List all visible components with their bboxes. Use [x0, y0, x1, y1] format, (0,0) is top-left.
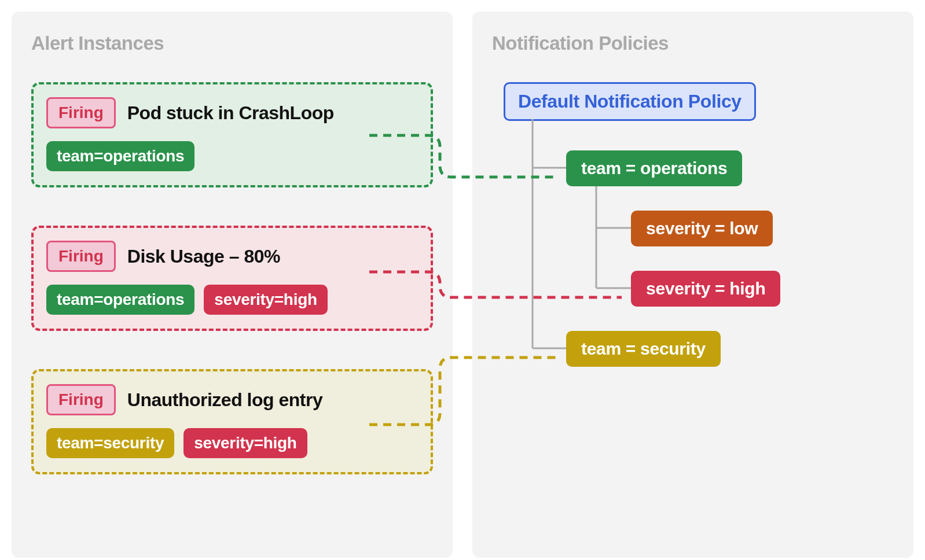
notification-policies-title: Notification Policies — [492, 32, 894, 54]
tag-team-operations: team=operations — [46, 285, 194, 315]
alert-head: Firing Disk Usage – 80% — [46, 241, 418, 272]
alert-card-crashloop: Firing Pod stuck in CrashLoop team=opera… — [31, 82, 433, 187]
policy-team-operations: team = operations — [566, 150, 742, 186]
alert-head: Firing Pod stuck in CrashLoop — [46, 97, 418, 128]
tag-severity-high: severity=high — [204, 285, 327, 315]
policy-team-security: team = security — [566, 331, 721, 367]
alert-title: Unauthorized log entry — [127, 389, 322, 411]
tree-connector-lines — [492, 82, 909, 441]
tag-row: team=security severity=high — [46, 428, 418, 458]
alert-card-unauthorized: Firing Unauthorized log entry team=secur… — [31, 369, 433, 474]
tag-team-operations: team=operations — [46, 141, 194, 171]
alert-title: Pod stuck in CrashLoop — [127, 102, 334, 124]
policy-severity-high: severity = high — [631, 271, 780, 307]
alert-instances-title: Alert Instances — [31, 32, 433, 54]
notification-policies-panel: Notification Policies Default Notificati… — [472, 12, 913, 558]
firing-badge: Firing — [46, 241, 116, 272]
policy-tree: Default Notification Policy team = opera… — [492, 82, 894, 533]
firing-badge: Firing — [46, 97, 116, 128]
alert-instances-panel: Alert Instances Firing Pod stuck in Cras… — [12, 12, 453, 558]
tag-row: team=operations severity=high — [46, 285, 418, 315]
tag-row: team=operations — [46, 141, 418, 171]
alert-title: Disk Usage – 80% — [127, 246, 280, 267]
alert-card-disk: Firing Disk Usage – 80% team=operations … — [31, 226, 433, 331]
diagram-wrapper: Alert Instances Firing Pod stuck in Cras… — [12, 12, 913, 558]
firing-badge: Firing — [46, 384, 116, 415]
tag-severity-high: severity=high — [183, 428, 307, 458]
alert-head: Firing Unauthorized log entry — [46, 384, 418, 415]
policy-severity-low: severity = low — [631, 211, 773, 246]
tag-team-security: team=security — [46, 428, 174, 458]
